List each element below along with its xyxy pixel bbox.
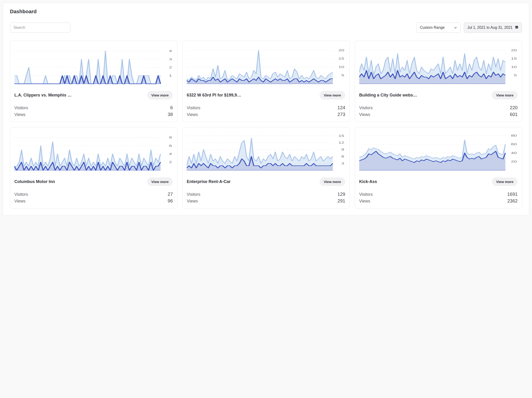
svg-text:20: 20	[511, 160, 517, 163]
views-label: Views	[187, 199, 198, 204]
views-value: 601	[510, 112, 518, 117]
view-more-button[interactable]: View more	[492, 91, 518, 100]
chart: 3691215	[187, 132, 345, 173]
toolbar: Custom Range Jul 1, 2021 to Aug 31, 2021	[10, 23, 522, 33]
chart: 1234	[14, 45, 173, 87]
stats-card: 5101520 6322 W 63rd Pl for $199,9… View …	[182, 41, 349, 122]
svg-text:15: 15	[339, 134, 344, 137]
svg-rect-2	[516, 26, 516, 26]
page-title: Dashboard	[10, 9, 522, 15]
views-label: Views	[14, 112, 25, 117]
card-title: Kick-Ass	[359, 179, 490, 184]
views-value: 273	[337, 112, 345, 117]
view-more-button[interactable]: View more	[492, 177, 518, 186]
views-value: 2362	[507, 198, 518, 204]
svg-text:10: 10	[511, 65, 517, 69]
card-title: Enterprise Rent-A-Car	[187, 179, 317, 184]
visitors-label: Visitors	[359, 192, 373, 197]
visitors-value: 27	[168, 192, 173, 197]
cards-grid: 1234 L.A. Clippers vs. Memphis … View mo…	[10, 41, 522, 208]
views-row: Views 601	[359, 112, 518, 117]
svg-text:15: 15	[511, 57, 517, 60]
stats-card: 2468 Columbus Motor Inn View more Visito…	[10, 127, 177, 208]
card-title: Building a City Guide webs…	[359, 93, 490, 98]
stats-card: 5101520 Building a City Guide webs… View…	[355, 41, 522, 122]
svg-text:8: 8	[169, 136, 172, 139]
chart: 5101520	[359, 45, 518, 87]
svg-text:60: 60	[511, 143, 517, 146]
card-title: Columbus Motor Inn	[14, 179, 145, 184]
svg-text:1: 1	[169, 74, 172, 77]
svg-text:12: 12	[339, 141, 344, 144]
chart: 5101520	[187, 45, 345, 87]
visitors-value: 129	[337, 192, 345, 197]
svg-text:15: 15	[339, 57, 344, 60]
date-range-label: Jul 1, 2021 to Aug 31, 2021	[467, 25, 513, 30]
view-more-button[interactable]: View more	[320, 91, 345, 100]
views-row: Views 291	[187, 198, 345, 204]
date-range-picker[interactable]: Jul 1, 2021 to Aug 31, 2021	[464, 23, 522, 33]
svg-text:3: 3	[341, 162, 344, 165]
visitors-row: Visitors 220	[359, 105, 518, 110]
visitors-label: Visitors	[14, 192, 28, 197]
svg-text:5: 5	[514, 74, 517, 77]
visitors-value: 6	[170, 105, 173, 110]
svg-text:5: 5	[341, 74, 344, 77]
stats-card: 3691215 Enterprise Rent-A-Car View more …	[182, 127, 349, 208]
svg-text:2: 2	[169, 160, 172, 164]
svg-rect-1	[515, 26, 518, 27]
visitors-label: Visitors	[187, 192, 200, 197]
visitors-value: 1691	[507, 192, 518, 197]
views-value: 291	[337, 198, 345, 204]
chart: 2468	[14, 132, 173, 173]
views-row: Views 38	[14, 112, 173, 117]
svg-text:4: 4	[169, 152, 172, 155]
views-label: Views	[187, 112, 198, 117]
visitors-row: Visitors 124	[187, 105, 345, 110]
calendar-icon	[515, 25, 519, 30]
search-input[interactable]	[10, 23, 70, 33]
stats-card: 20406080 Kick-Ass View more Visitors 169…	[355, 127, 522, 208]
chevron-down-icon	[454, 26, 457, 29]
visitors-label: Visitors	[14, 106, 28, 110]
svg-rect-3	[517, 26, 518, 26]
visitors-row: Visitors 6	[14, 105, 173, 110]
visitors-label: Visitors	[187, 106, 200, 110]
visitors-row: Visitors 129	[187, 192, 345, 197]
range-select[interactable]: Custom Range	[416, 23, 461, 33]
svg-text:20: 20	[339, 49, 344, 52]
visitors-label: Visitors	[359, 106, 373, 110]
views-row: Views 96	[14, 198, 173, 204]
view-more-button[interactable]: View more	[147, 91, 173, 100]
views-label: Views	[14, 199, 25, 204]
stats-card: 1234 L.A. Clippers vs. Memphis … View mo…	[10, 41, 177, 122]
views-value: 38	[168, 112, 173, 117]
views-label: Views	[359, 199, 370, 204]
card-title: 6322 W 63rd Pl for $199,9…	[187, 93, 317, 98]
svg-text:10: 10	[339, 65, 344, 69]
svg-text:20: 20	[511, 49, 517, 52]
svg-text:6: 6	[169, 144, 172, 147]
svg-text:3: 3	[169, 57, 172, 61]
svg-text:40: 40	[511, 151, 517, 154]
views-row: Views 2362	[359, 198, 518, 204]
visitors-row: Visitors 1691	[359, 192, 518, 197]
card-title: L.A. Clippers vs. Memphis …	[14, 93, 145, 98]
view-more-button[interactable]: View more	[320, 177, 345, 186]
views-label: Views	[359, 112, 370, 117]
views-value: 96	[168, 198, 173, 204]
svg-text:80: 80	[511, 134, 517, 137]
chart: 20406080	[359, 132, 518, 173]
svg-text:6: 6	[341, 155, 344, 158]
visitors-value: 124	[337, 105, 345, 110]
views-row: Views 273	[187, 112, 345, 117]
visitors-value: 220	[510, 105, 518, 110]
svg-text:2: 2	[169, 66, 172, 69]
range-select-label: Custom Range	[420, 25, 444, 30]
svg-text:9: 9	[341, 148, 344, 151]
view-more-button[interactable]: View more	[147, 177, 173, 186]
visitors-row: Visitors 27	[14, 192, 173, 197]
svg-text:4: 4	[169, 49, 172, 53]
